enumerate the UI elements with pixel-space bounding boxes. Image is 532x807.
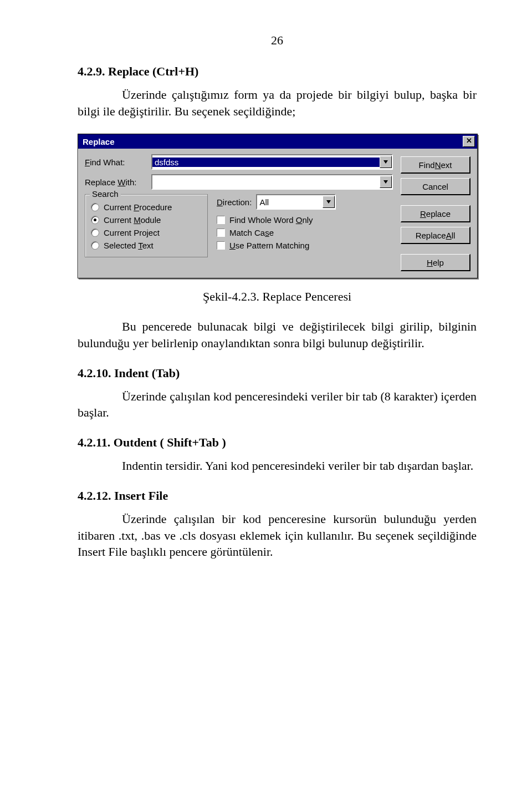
dialog-title: Replace [80,137,463,146]
direction-row: Direction: All [217,194,393,210]
find-what-value: dsfdss [152,158,380,167]
checkbox-icon [217,216,225,224]
check-label: Use Pattern Matching [229,241,309,250]
radio-current-module[interactable]: Current Module [91,215,202,225]
replace-button[interactable]: Replace [401,205,470,222]
dialog-lower-area: Search Current Procedure Current Module [85,194,393,257]
find-what-dropdown-button[interactable] [380,156,392,168]
replace-dialog-figure: Replace ✕ Find What: dsfdss [78,134,477,278]
paragraph-outdent: Indentin tersidir. Yani kod penceresinde… [78,458,477,474]
radio-icon [91,203,99,211]
heading-insert-file: 4.2.12. Insert File [78,489,477,503]
svg-marker-1 [383,180,388,184]
heading-replace: 4.2.9. Replace (Ctrl+H) [78,64,477,79]
radio-icon [91,241,99,250]
replace-with-dropdown-button[interactable] [380,176,392,188]
checkbox-icon [217,229,225,237]
radio-current-procedure[interactable]: Current Procedure [91,202,202,212]
radio-label: Current Project [104,228,160,237]
dialog-button-column: Find Next Cancel Replace Replace All Hel… [401,154,470,271]
find-what-combo[interactable]: dsfdss [151,154,393,170]
chevron-down-icon [326,200,331,204]
figure-caption: Şekil-4.2.3. Replace Penceresi [78,290,477,304]
radio-icon [91,229,99,237]
check-match-case[interactable]: Match Case [217,228,393,237]
find-next-button[interactable]: Find Next [401,156,470,174]
direction-value: All [257,197,323,207]
replace-dialog: Replace ✕ Find What: dsfdss [78,134,478,278]
help-button[interactable]: Help [401,254,470,271]
check-label: Match Case [229,228,274,237]
radio-label: Selected Text [104,241,154,250]
paragraph-replace-desc: Bu pencerede bulunacak bilgi ve değiştir… [78,318,477,351]
options-column: Direction: All Find Whole [208,194,393,257]
chevron-down-icon [383,160,388,164]
heading-outdent: 4.2.11. Outdent ( Shift+Tab ) [78,435,477,450]
replace-all-button[interactable]: Replace All [401,227,470,244]
find-what-row: Find What: dsfdss [85,154,393,170]
radio-icon [91,216,99,224]
checkbox-icon [217,241,225,250]
paragraph-replace-intro: Üzerinde çalıştığımız form ya da projede… [78,87,477,119]
check-label: Find Whole Word Only [229,215,313,225]
direction-label: Direction: [217,197,252,207]
close-icon: ✕ [466,136,472,145]
close-button[interactable]: ✕ [463,136,475,147]
check-pattern-matching[interactable]: Use Pattern Matching [217,241,393,250]
radio-current-project[interactable]: Current Project [91,228,202,237]
page: 26 4.2.9. Replace (Ctrl+H) Üzerinde çalı… [0,0,532,619]
search-groupbox: Search Current Procedure Current Module [85,194,208,257]
replace-with-row: Replace With: [85,174,393,190]
page-number: 26 [78,33,477,48]
radio-label: Current Procedure [104,202,172,212]
paragraph-insert-file: Üzerinde çalışılan bir kod penceresine k… [78,511,477,560]
radio-label: Current Module [104,215,161,225]
dialog-titlebar: Replace ✕ [78,134,477,149]
dialog-body: Find What: dsfdss Replace With: [78,149,477,278]
svg-marker-0 [383,160,388,164]
search-group-legend: Search [90,189,121,199]
check-whole-word[interactable]: Find Whole Word Only [217,215,393,225]
radio-selected-text[interactable]: Selected Text [91,241,202,250]
chevron-down-icon [383,180,388,184]
replace-with-label: Replace With: [85,177,151,187]
dialog-left-column: Find What: dsfdss Replace With: [85,154,393,271]
svg-marker-2 [326,200,331,204]
heading-indent: 4.2.10. Indent (Tab) [78,366,477,380]
find-what-label: Find What: [85,158,151,167]
replace-with-combo[interactable] [151,174,393,190]
paragraph-indent: Üzerinde çalışılan kod penceresindeki ve… [78,388,477,421]
cancel-button[interactable]: Cancel [401,178,470,195]
direction-combo[interactable]: All [256,194,336,210]
direction-dropdown-button[interactable] [323,196,335,208]
